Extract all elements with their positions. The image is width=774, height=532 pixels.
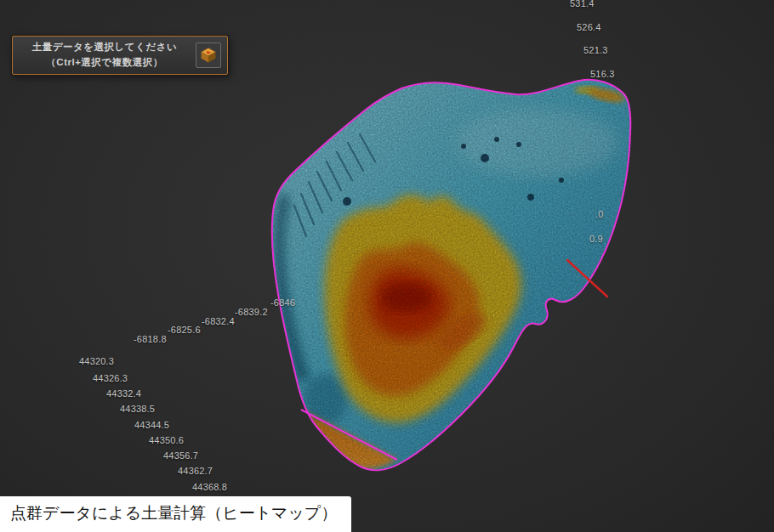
axis-label-northing: 44326.3 [93, 373, 128, 383]
axis-label-northing: 44344.5 [134, 420, 169, 430]
axis-label-easting: -6839.2 [235, 307, 268, 317]
viewport-3d[interactable]: 531.4526.4521.3516.3.00.9-6846-6839.2-68… [0, 0, 774, 532]
axis-label-northing: 44332.4 [106, 388, 141, 399]
caption: 点群データによる土量計算（ヒートマップ） [0, 496, 351, 532]
axis-label-northing: 44368.8 [192, 482, 227, 492]
axis-label-northing: 44350.6 [149, 435, 184, 445]
axis-label-easting: -6825.6 [168, 325, 201, 335]
axis-label-easting: -6832.4 [202, 316, 235, 326]
volume-layers-icon[interactable] [196, 42, 221, 68]
axis-label-elevation_partial: .0 [595, 209, 604, 219]
axis-label-northing: 44356.7 [163, 450, 198, 461]
axis-label-elevation_partial: 0.9 [589, 234, 603, 244]
axis-label-elevation: 531.4 [570, 0, 595, 8]
axis-label-northing: 44362.7 [178, 466, 213, 476]
axis-label-easting: -6818.8 [134, 334, 167, 344]
axis-label-elevation: 521.3 [583, 45, 608, 55]
volume-layers-icon-glyph [199, 46, 218, 65]
axis-label-northing: 44320.3 [79, 356, 114, 366]
axis-label-easting: -6846 [270, 297, 295, 308]
caption-text: 点群データによる土量計算（ヒートマップ） [10, 504, 337, 522]
axis-label-elevation: 516.3 [590, 69, 615, 79]
selection-prompt-line1: 土量データを選択してください [19, 40, 191, 55]
selection-prompt-line2: （Ctrl+選択で複数選択） [19, 55, 191, 71]
axis-labels: 531.4526.4521.3516.3.00.9-6846-6839.2-68… [0, 0, 774, 532]
selection-prompt: 土量データを選択してください （Ctrl+選択で複数選択） [12, 36, 228, 75]
axis-label-elevation: 526.4 [577, 22, 601, 32]
axis-label-northing: 44338.5 [120, 404, 155, 414]
selection-prompt-text: 土量データを選択してください （Ctrl+選択で複数選択） [19, 40, 191, 71]
